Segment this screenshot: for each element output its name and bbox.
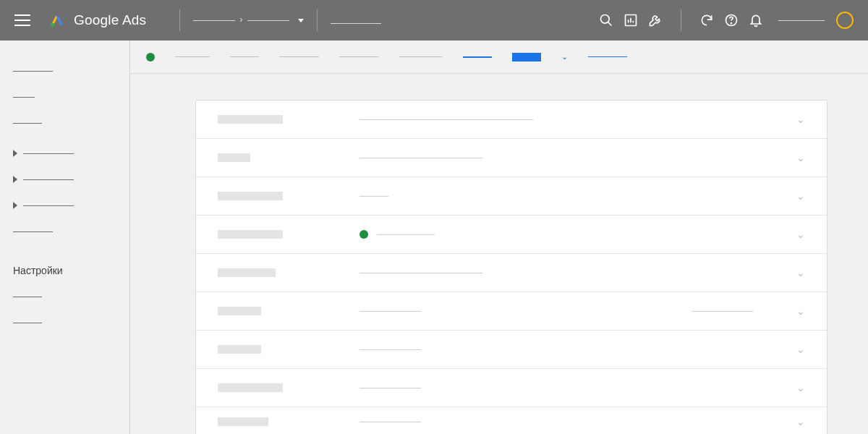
search-icon [599,13,613,27]
help-button[interactable] [719,8,744,33]
setting-label-placeholder [218,153,250,162]
divider [179,9,180,31]
setting-label-placeholder [218,383,283,392]
sidebar-item[interactable] [13,310,116,336]
status-dot-enabled [146,53,155,61]
tab[interactable] [399,56,443,57]
setting-label-placeholder [218,268,276,277]
setting-value-placeholder [359,388,421,388]
settings-panel: ⌄ ⌄ ⌄ ⌄ ⌄ [195,100,827,434]
setting-value-placeholder [359,196,388,197]
refresh-icon [699,13,714,27]
chevron-down-icon: ⌄ [796,267,805,278]
setting-row[interactable]: ⌄ [196,369,827,407]
tools-button[interactable] [643,8,668,33]
sidebar-item-settings[interactable]: Настройки [13,258,116,284]
sidebar: Настройки [0,41,130,434]
svg-point-8 [731,23,732,24]
tab-link[interactable] [588,56,627,57]
dropdown-icon [298,19,304,22]
setting-row[interactable]: ⌄ [196,254,827,292]
chevron-down-icon: ⌄ [796,190,805,202]
tab[interactable] [339,56,379,57]
chevron-down-icon: ⌄ [796,229,805,240]
divider [317,9,318,31]
setting-value-placeholder [359,273,482,273]
caret-right-icon [13,202,17,209]
tab-active[interactable] [512,53,541,61]
menu-icon[interactable] [14,12,32,29]
content-area: ⌄ ⌄ ⌄ ⌄ ⌄ [130,41,868,434]
tab[interactable] [230,56,259,57]
chevron-right-icon: › [239,14,242,25]
tab-active-underline[interactable] [463,56,492,58]
setting-row[interactable]: ⌄ [196,407,827,434]
setting-value-placeholder [359,158,482,158]
setting-value-placeholder [359,311,421,312]
product-logo[interactable]: Google Ads [49,12,146,28]
setting-label-placeholder [218,307,261,315]
sidebar-item[interactable] [13,84,116,110]
sidebar-item-expandable[interactable] [13,140,116,166]
setting-label-placeholder [218,230,283,239]
setting-row[interactable]: ⌄ [196,139,827,177]
product-name: Google Ads [74,12,146,28]
app-header: Google Ads › [0,0,868,41]
setting-label-placeholder [218,417,268,426]
status-dot-enabled [359,230,368,239]
setting-row-status[interactable]: ⌄ [196,216,827,254]
sidebar-item[interactable] [13,284,116,310]
chevron-down-icon: ⌄ [796,114,805,125]
chevron-down-icon: ⌄ [796,344,805,355]
svg-line-2 [608,22,612,26]
chevron-down-icon: ⌄ [796,416,805,427]
setting-value-placeholder [359,119,533,120]
sidebar-item[interactable] [13,110,116,136]
chevron-down-icon: ⌄ [796,382,805,393]
tab[interactable] [175,56,210,57]
caret-right-icon [13,176,17,183]
setting-value-placeholder [692,311,753,312]
sidebar-item-expandable[interactable] [13,192,116,218]
sidebar-item[interactable] [13,58,116,84]
notifications-button[interactable] [744,8,768,33]
setting-row[interactable]: ⌄ [196,177,827,216]
setting-row[interactable]: ⌄ [196,101,827,139]
refresh-button[interactable] [694,8,719,33]
account-switcher[interactable]: › [193,15,303,26]
help-icon [724,13,739,27]
account-id-placeholder [778,20,825,21]
sidebar-item[interactable] [13,218,116,244]
chart-icon [624,13,638,27]
chevron-down-icon: ⌄ [796,152,805,163]
chevron-down-icon: ⌄ [796,305,805,317]
setting-value-placeholder [359,422,421,422]
setting-value-placeholder [359,349,421,350]
reports-button[interactable] [618,8,643,33]
setting-label-placeholder [218,115,283,124]
tabs-bar: ⌄ [130,41,868,74]
svg-point-0 [51,23,55,27]
avatar[interactable] [836,12,854,29]
search-button[interactable] [594,8,618,33]
tab-more-dropdown[interactable]: ⌄ [561,52,568,61]
setting-value-placeholder [377,234,435,235]
divider [681,9,681,31]
chevron-down-icon: ⌄ [561,52,568,61]
google-ads-logo-icon [49,12,65,28]
sidebar-item-expandable[interactable] [13,166,116,192]
setting-label-placeholder [218,192,283,200]
caret-right-icon [13,150,17,157]
campaign-breadcrumb[interactable] [331,14,381,27]
setting-row[interactable]: ⌄ [196,292,827,331]
wrench-icon [648,13,663,27]
setting-label-placeholder [218,345,261,354]
tab[interactable] [279,56,319,57]
setting-row[interactable]: ⌄ [196,331,827,369]
svg-point-1 [601,15,610,24]
bell-icon [749,13,763,27]
